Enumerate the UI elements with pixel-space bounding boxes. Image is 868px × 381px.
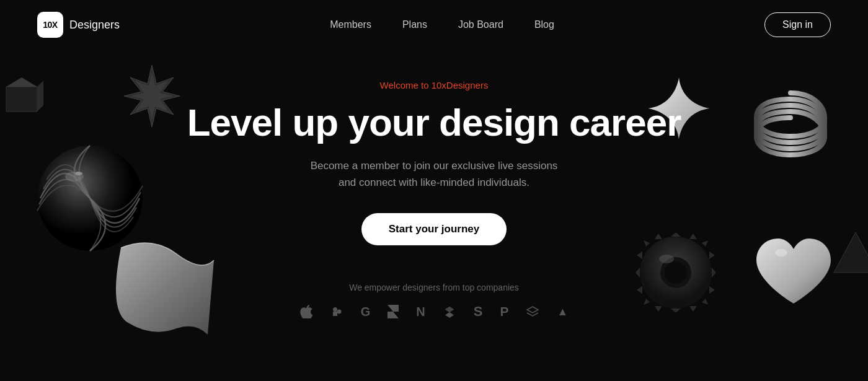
apple-icon xyxy=(300,305,314,318)
hero-title: Level up your design career xyxy=(187,102,681,144)
hero-section: Welcome to 10xDesigners Level up your de… xyxy=(0,0,868,381)
nav-link-job-board[interactable]: Job Board xyxy=(458,19,503,30)
logo[interactable]: 10X Designers xyxy=(37,12,120,38)
nav-link-members[interactable]: Members xyxy=(330,19,371,30)
nav-item-members[interactable]: Members xyxy=(330,19,371,30)
google-icon: G xyxy=(361,305,371,319)
figma-icon xyxy=(331,305,343,318)
companies-label: We empower designers from top companies xyxy=(349,282,519,292)
producthunt-icon: P xyxy=(500,304,508,319)
svg-rect-33 xyxy=(333,312,337,316)
cta-button[interactable]: Start your journey xyxy=(361,213,507,245)
nav-links: Members Plans Job Board Blog xyxy=(330,19,554,30)
svg-marker-38 xyxy=(527,307,538,313)
nav-link-plans[interactable]: Plans xyxy=(402,19,427,30)
notion-icon: N xyxy=(416,305,425,319)
company-icons-row: G N S P ▲ xyxy=(300,304,569,320)
sign-in-button[interactable]: Sign in xyxy=(764,12,831,37)
nav-item-plans[interactable]: Plans xyxy=(402,19,427,30)
layers-icon xyxy=(526,305,539,318)
triangle-icon: ▲ xyxy=(557,305,568,318)
svg-marker-37 xyxy=(445,307,454,312)
welcome-text: Welcome to 10xDesigners xyxy=(380,80,489,90)
svg-marker-34 xyxy=(388,305,399,312)
brand-name: Designers xyxy=(69,19,120,32)
hero-subtitle: Become a member to join our exclusive li… xyxy=(311,157,558,191)
nav-item-job-board[interactable]: Job Board xyxy=(458,19,503,30)
logo-box: 10X xyxy=(37,12,63,38)
svg-point-30 xyxy=(337,310,341,314)
shopify-icon: S xyxy=(474,304,483,320)
svg-marker-35 xyxy=(388,312,399,318)
nav-link-blog[interactable]: Blog xyxy=(534,19,554,30)
framer-icon xyxy=(388,305,399,318)
nav-item-blog[interactable]: Blog xyxy=(534,19,554,30)
navbar: 10X Designers Members Plans Job Board Bl… xyxy=(0,0,868,50)
svg-rect-31 xyxy=(333,307,337,312)
dropbox-icon xyxy=(443,305,456,318)
